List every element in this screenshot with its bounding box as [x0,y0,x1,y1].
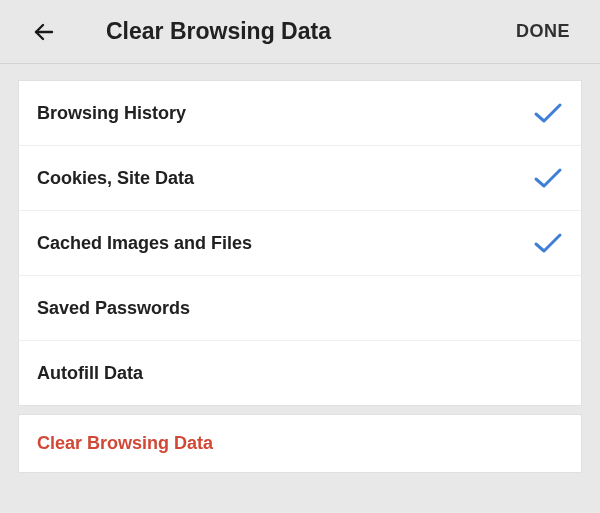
done-button[interactable]: DONE [506,13,580,50]
options-card: Browsing History Cookies, Site Data Cach… [18,80,582,406]
action-label: Clear Browsing Data [37,433,213,453]
option-label: Browsing History [37,103,533,124]
option-autofill-data[interactable]: Autofill Data [19,341,581,405]
checkmark-icon [533,101,563,125]
header: Clear Browsing Data DONE [0,0,600,63]
option-cached-images-files[interactable]: Cached Images and Files [19,211,581,276]
option-label: Saved Passwords [37,298,533,319]
checkmark-icon [533,166,563,190]
arrow-left-icon [32,20,56,44]
header-divider [0,63,600,64]
action-card: Clear Browsing Data [18,414,582,473]
option-label: Cookies, Site Data [37,168,533,189]
page-title: Clear Browsing Data [106,18,506,45]
clear-browsing-data-button[interactable]: Clear Browsing Data [19,415,581,472]
checkmark-icon [533,231,563,255]
back-button[interactable] [24,12,64,52]
option-cookies-site-data[interactable]: Cookies, Site Data [19,146,581,211]
option-saved-passwords[interactable]: Saved Passwords [19,276,581,341]
option-label: Autofill Data [37,363,533,384]
option-label: Cached Images and Files [37,233,533,254]
option-browsing-history[interactable]: Browsing History [19,81,581,146]
